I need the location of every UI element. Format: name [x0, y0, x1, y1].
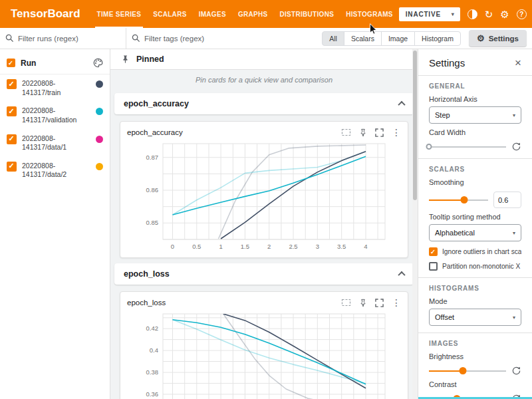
run-checkbox[interactable] [7, 134, 17, 144]
main-nav: TIME SERIES SCALARS IMAGES GRAPHS DISTRI… [91, 0, 399, 28]
run-row-validation[interactable]: 20220808-141317/validation [0, 102, 110, 129]
app-title: TensorBoard [0, 7, 91, 21]
run-checkbox[interactable] [7, 79, 17, 89]
tooltip-sorting-select[interactable]: Alphabetical ▾ [429, 224, 521, 241]
svg-text:0.85: 0.85 [146, 219, 159, 226]
slider-thumb[interactable] [426, 144, 432, 150]
pin-icon[interactable] [359, 299, 367, 307]
filter-histogram-button[interactable]: Histogram [414, 31, 461, 46]
pin-icon[interactable] [359, 128, 367, 137]
smoothing-label: Smoothing [429, 178, 521, 186]
horizontal-axis-select[interactable]: Step ▾ [429, 106, 521, 124]
tab-graphs[interactable]: GRAPHS [232, 0, 274, 28]
section-title: epoch_loss [124, 269, 170, 279]
svg-text:2.5: 2.5 [289, 243, 297, 250]
card-actions: ⋮ [341, 298, 401, 307]
divider [418, 277, 532, 278]
svg-text:0.36: 0.36 [146, 390, 159, 398]
run-row-data-2[interactable]: 20220808-141317/data/2 [0, 157, 110, 184]
divider [418, 75, 532, 76]
svg-text:3: 3 [316, 243, 319, 250]
slider-thumb[interactable] [461, 196, 468, 203]
runs-header-label: Run [21, 59, 88, 68]
brightness-label: Brightness [429, 352, 521, 360]
histogram-mode-value: Offset [435, 313, 454, 321]
run-color-dot [96, 163, 103, 170]
run-checkbox[interactable] [7, 106, 17, 116]
smoothing-value-input[interactable] [493, 192, 521, 208]
chevron-up-icon[interactable] [398, 271, 405, 279]
section-epoch-accuracy[interactable]: epoch_accuracy [114, 93, 414, 114]
gear-icon: ⚙ [477, 33, 485, 43]
fullscreen-icon[interactable] [375, 128, 384, 137]
gear-icon[interactable]: ⚙ [500, 9, 509, 19]
general-heading: GENERAL [429, 82, 521, 90]
section-epoch-loss[interactable]: epoch_loss [114, 263, 414, 285]
fullscreen-icon[interactable] [375, 299, 384, 307]
svg-text:0.38: 0.38 [146, 368, 159, 376]
reload-status-dropdown[interactable]: INACTIVE ▾ [399, 7, 460, 21]
card-title: epoch_loss [127, 299, 166, 307]
epoch-accuracy-chart[interactable]: 00.511.522.533.540.850.860.87 [127, 138, 401, 255]
cards-main-area: Pinned Pin cards for a quick view and co… [110, 49, 418, 399]
fit-domain-icon[interactable] [341, 128, 351, 137]
tab-images[interactable]: IMAGES [193, 0, 232, 28]
histograms-heading: HISTOGRAMS [429, 285, 521, 292]
filter-scalars-button[interactable]: Scalars [344, 31, 382, 46]
slider-thumb[interactable] [460, 367, 467, 374]
reload-status-value: INACTIVE [406, 11, 441, 18]
horizontal-axis-value: Step [435, 111, 450, 119]
reset-icon[interactable] [511, 366, 521, 376]
filter-runs-input[interactable] [18, 35, 120, 43]
ignore-outliers-label: Ignore outliers in chart scaling [442, 248, 521, 255]
run-row-train[interactable]: 20220808-141317/train [0, 74, 110, 102]
partition-x-axis-checkbox[interactable] [429, 262, 438, 271]
more-options-icon[interactable]: ⋮ [392, 128, 401, 137]
svg-text:2: 2 [267, 243, 271, 250]
filter-image-button[interactable]: Image [381, 31, 415, 46]
run-label: 20220808-141317/validation [22, 106, 90, 124]
settings-button[interactable]: ⚙ Settings [469, 30, 527, 47]
close-icon[interactable]: × [515, 57, 521, 68]
tab-distributions[interactable]: DISTRIBUTIONS [273, 0, 340, 28]
theme-toggle-icon[interactable] [467, 9, 477, 19]
card-header: epoch_accuracy ⋮ [127, 128, 401, 137]
svg-text:0.42: 0.42 [146, 325, 159, 332]
filter-toolbar: All Scalars Image Histogram ⚙ Settings [0, 28, 532, 49]
scrollbar-thumb[interactable] [413, 51, 417, 200]
images-heading: IMAGES [429, 340, 521, 347]
svg-text:0.86: 0.86 [146, 186, 159, 194]
scalar-card-epoch-accuracy: epoch_accuracy ⋮ 00.511.522.533.540.850.… [120, 121, 408, 258]
pinned-hint-text: Pin cards for a quick view and compariso… [110, 70, 418, 88]
fit-domain-icon[interactable] [341, 298, 351, 307]
palette-icon[interactable] [93, 58, 103, 68]
ignore-outliers-row[interactable]: Ignore outliers in chart scaling [429, 247, 521, 256]
search-icon [132, 34, 140, 43]
epoch-loss-chart[interactable]: 00.511.522.533.540.420.40.380.36 [127, 309, 401, 399]
tab-scalars[interactable]: SCALARS [147, 0, 192, 28]
select-all-runs-checkbox[interactable] [7, 59, 15, 67]
help-icon[interactable]: ? [517, 9, 527, 19]
card-width-slider[interactable] [429, 142, 506, 152]
filter-all-button[interactable]: All [322, 31, 344, 46]
histogram-mode-select[interactable]: Offset ▾ [429, 309, 521, 326]
more-options-icon[interactable]: ⋮ [392, 298, 401, 307]
smoothing-slider[interactable] [429, 196, 488, 205]
tab-histograms[interactable]: HISTOGRAMS [340, 0, 399, 28]
section-title: epoch_accuracy [124, 99, 189, 108]
tab-time-series[interactable]: TIME SERIES [91, 0, 148, 28]
brightness-slider[interactable] [429, 366, 506, 376]
run-checkbox[interactable] [7, 162, 17, 172]
reset-icon[interactable] [511, 142, 521, 152]
filter-tags-input[interactable] [144, 35, 317, 43]
tooltip-sorting-value: Alphabetical [435, 229, 475, 237]
run-color-dot [96, 108, 103, 115]
chevron-up-icon[interactable] [398, 101, 405, 108]
refresh-icon[interactable]: ↻ [485, 9, 493, 19]
ignore-outliers-checkbox[interactable] [429, 247, 438, 256]
partition-x-axis-row[interactable]: Partition non-monotonic X axis i [429, 262, 521, 271]
divider [418, 158, 532, 159]
app-header: TensorBoard TIME SERIES SCALARS IMAGES G… [0, 0, 532, 28]
card-title: epoch_accuracy [127, 128, 183, 136]
run-row-data-1[interactable]: 20220808-141317/data/1 [0, 130, 110, 157]
